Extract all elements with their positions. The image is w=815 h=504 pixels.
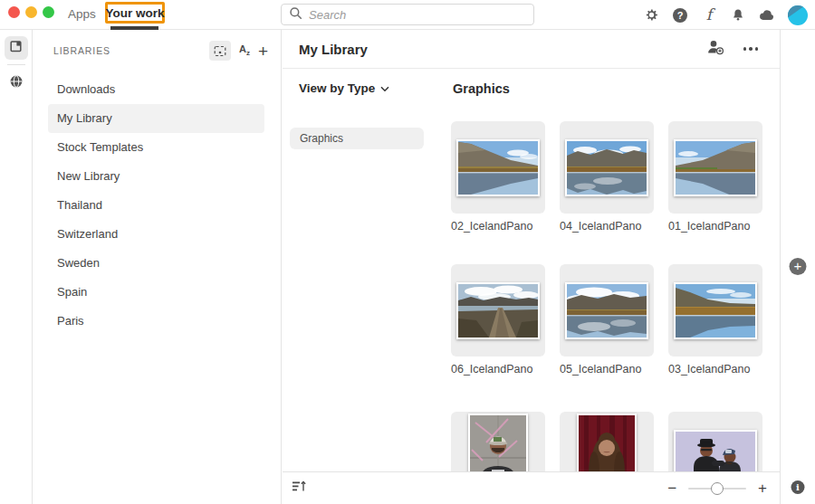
view-by-dropdown[interactable]: View by Type <box>299 81 389 95</box>
section-title-graphics: Graphics <box>453 81 510 96</box>
sidebar-item-switzerland[interactable]: Switzerland <box>48 220 264 249</box>
add-content-button[interactable]: + <box>790 258 807 275</box>
tab-your-work[interactable]: Your work <box>106 6 165 20</box>
globe-icon <box>9 74 24 92</box>
library-item-card[interactable]: 03_IcelandPano <box>668 264 762 376</box>
libraries-icon <box>9 39 24 57</box>
sidebar-item-spain[interactable]: Spain <box>48 278 264 307</box>
search-bar[interactable] <box>281 4 534 25</box>
library-item-card[interactable]: 02_IcelandPano <box>451 121 545 233</box>
panel-view-toggle-button[interactable] <box>209 41 231 61</box>
sidebar-item-paris[interactable]: Paris <box>48 307 264 336</box>
thumbnail-iceland-pano-01 <box>674 139 757 196</box>
libraries-sidebar: LIBRARIES Az + Downloads My Library Stoc… <box>34 30 282 504</box>
title-bar: Apps Your work ? f <box>0 0 815 30</box>
library-item-card[interactable]: 06_IcelandPano <box>451 264 545 376</box>
chevron-down-icon <box>380 81 389 95</box>
library-item-card[interactable]: 01_IcelandPano <box>668 121 762 233</box>
zoom-out-button[interactable]: − <box>667 480 676 496</box>
sort-az-button[interactable]: Az <box>239 43 250 57</box>
sidebar-item-sweden[interactable]: Sweden <box>48 249 264 278</box>
notifications-bell-icon[interactable] <box>730 7 746 24</box>
rail-stock-button[interactable] <box>5 71 28 95</box>
help-icon[interactable]: ? <box>672 7 688 24</box>
right-rail: + i <box>780 30 815 504</box>
thumbnail-iceland-pano-06 <box>456 282 540 339</box>
library-header: My Library <box>283 30 780 69</box>
annotation-highlight-box: Your work <box>105 2 165 24</box>
sidebar-item-downloads[interactable]: Downloads <box>48 75 264 104</box>
thumbnail-size-slider[interactable] <box>688 488 746 490</box>
slider-knob[interactable] <box>711 482 724 495</box>
item-label: 02_IcelandPano <box>451 220 545 233</box>
info-button[interactable]: i <box>791 480 805 494</box>
invite-collaborators-icon[interactable] <box>706 39 725 59</box>
library-title: My Library <box>299 42 368 57</box>
more-options-icon[interactable] <box>743 47 759 51</box>
thumbnail-iceland-pano-03 <box>674 282 757 339</box>
adobe-fonts-icon[interactable]: f <box>701 7 717 24</box>
rail-divider <box>7 64 25 65</box>
library-item-card[interactable]: 05_IcelandPano <box>560 264 654 376</box>
sidebar-header: LIBRARIES Az + <box>34 30 281 71</box>
close-window-button[interactable] <box>8 6 20 18</box>
libraries-list: Downloads My Library Stock Templates New… <box>34 75 281 336</box>
zoom-window-button[interactable] <box>43 6 54 18</box>
active-tab-underline <box>110 26 158 30</box>
zoom-in-button[interactable]: + <box>758 480 767 496</box>
sidebar-title: LIBRARIES <box>53 45 110 56</box>
thumbnail-iceland-pano-02 <box>456 139 540 196</box>
item-label: 05_IcelandPano <box>560 363 654 376</box>
bottom-toolbar: − + <box>283 471 780 504</box>
creative-cloud-sync-icon[interactable] <box>759 7 775 24</box>
sidebar-item-thailand[interactable]: Thailand <box>48 191 264 220</box>
minimize-window-button[interactable] <box>25 6 37 18</box>
account-avatar[interactable] <box>788 5 808 25</box>
add-library-button[interactable]: + <box>258 43 268 60</box>
item-label: 01_IcelandPano <box>668 220 762 233</box>
creative-cloud-app-window: Apps Your work ? f <box>0 0 815 504</box>
thumbnail-iceland-pano-05 <box>565 282 648 339</box>
item-label: 03_IcelandPano <box>668 363 762 376</box>
library-item-card[interactable]: 04_IcelandPano <box>560 121 654 233</box>
sidebar-item-new-library[interactable]: New Library <box>48 162 264 191</box>
search-icon <box>289 6 302 24</box>
sort-order-icon[interactable] <box>292 480 307 497</box>
item-label: 06_IcelandPano <box>451 363 545 376</box>
rail-libraries-button[interactable] <box>5 36 28 60</box>
search-input[interactable] <box>309 8 526 22</box>
sidebar-item-stock-templates[interactable]: Stock Templates <box>48 133 264 162</box>
settings-gear-icon[interactable] <box>643 7 659 24</box>
library-main-panel: My Library View by Type Graphics Graphic… <box>283 30 780 504</box>
tab-apps[interactable]: Apps <box>68 0 96 29</box>
thumbnail-iceland-pano-04 <box>565 139 648 196</box>
left-icon-rail <box>0 30 33 504</box>
type-filter-graphics[interactable]: Graphics <box>290 128 424 149</box>
sidebar-item-my-library[interactable]: My Library <box>48 104 264 133</box>
item-label: 04_IcelandPano <box>560 220 654 233</box>
